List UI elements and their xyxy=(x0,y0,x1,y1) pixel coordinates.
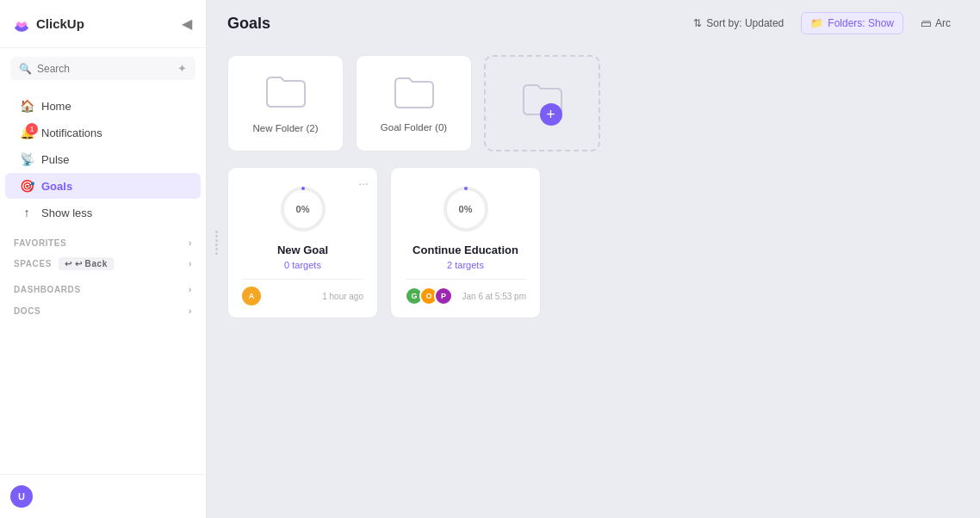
goal-card-new[interactable]: ··· 0% New Goal 0 targets A 1 hour ago xyxy=(227,167,378,318)
docs-section[interactable]: DOCS › xyxy=(0,298,206,319)
content-area: New Folder (2) Goal Folder (0) + xyxy=(207,46,980,518)
collapse-sidebar-button[interactable]: ◀ xyxy=(180,14,194,34)
avatar-3-edu: P xyxy=(434,287,453,305)
user-avatar[interactable]: U xyxy=(10,485,33,508)
progress-ring-new: 0% xyxy=(277,183,329,235)
spaces-section[interactable]: SPACES ↩ ↩ Back › xyxy=(0,251,206,276)
progress-pct-new: 0% xyxy=(296,204,310,214)
goal-time-edu: Jan 6 at 5:53 pm xyxy=(462,292,527,301)
topbar: Goals ⇅ Sort by: Updated 📁 Folders: Show… xyxy=(207,0,980,46)
folders-row: New Folder (2) Goal Folder (0) + xyxy=(227,55,959,151)
goals-row: ··· 0% New Goal 0 targets A 1 hour ago xyxy=(227,167,959,318)
goal-targets-edu: 2 targets xyxy=(447,260,484,270)
archive-icon: 🗃 xyxy=(921,17,931,29)
goal-targets-new: 0 targets xyxy=(284,260,321,270)
archive-button[interactable]: 🗃 Arc xyxy=(912,13,959,34)
folder-icon-new xyxy=(265,73,307,114)
sort-icon: ⇅ xyxy=(693,17,702,29)
sidebar: ClickUp ◀ 🔍 ✦ 🏠 Home 🔔 1 Notifications 📡… xyxy=(0,0,207,518)
search-input[interactable] xyxy=(37,63,172,75)
sidebar-item-home[interactable]: 🏠 Home xyxy=(5,93,201,119)
favorites-section[interactable]: FAVORITES › xyxy=(0,230,206,251)
sidebar-header: ClickUp ◀ xyxy=(0,0,206,48)
goal-time-new: 1 hour ago xyxy=(322,292,363,301)
goal-footer-new: A 1 hour ago xyxy=(242,279,363,305)
folder-icon-goal xyxy=(394,74,435,114)
goal-avatar-new: A xyxy=(242,287,261,305)
goal-footer-edu: G O P Jan 6 at 5:53 pm xyxy=(405,279,526,305)
progress-ring-edu: 0% xyxy=(440,183,492,235)
page-title: Goals xyxy=(227,15,270,33)
notifications-icon-wrap: 🔔 1 xyxy=(19,126,34,139)
goal-name-edu: Continue Education xyxy=(412,244,518,256)
goal-name-new: New Goal xyxy=(277,244,328,256)
sort-button[interactable]: ⇅ Sort by: Updated xyxy=(685,13,792,34)
nav-items: 🏠 Home 🔔 1 Notifications 📡 Pulse 🎯 Goals… xyxy=(0,89,206,230)
add-folder-button[interactable]: + xyxy=(540,103,562,126)
search-icon: 🔍 xyxy=(19,63,32,75)
progress-pct-edu: 0% xyxy=(459,204,473,214)
dashboards-chevron-icon: › xyxy=(189,285,192,294)
goal-card-edu[interactable]: 0% Continue Education 2 targets G O P Ja… xyxy=(390,167,541,318)
goal-menu-icon[interactable]: ··· xyxy=(358,176,369,190)
back-badge[interactable]: ↩ ↩ Back xyxy=(59,257,114,270)
favorites-chevron-icon: › xyxy=(189,238,192,248)
sparkle-icon: ✦ xyxy=(177,62,187,75)
home-icon: 🏠 xyxy=(19,99,34,113)
sidebar-item-pulse[interactable]: 📡 Pulse xyxy=(5,146,201,172)
folder-label-goal: Goal Folder (0) xyxy=(381,122,447,133)
docs-chevron-icon: › xyxy=(189,306,192,316)
goal-card-wrap-edu: 0% Continue Education 2 targets G O P Ja… xyxy=(390,167,541,318)
sidebar-item-goals[interactable]: 🎯 Goals xyxy=(5,173,201,199)
drag-handle-new[interactable] xyxy=(215,231,218,255)
goals-icon: 🎯 xyxy=(19,179,34,193)
dashboards-section[interactable]: DASHBOARDS › xyxy=(0,276,206,298)
logo[interactable]: ClickUp xyxy=(12,15,84,34)
topbar-actions: ⇅ Sort by: Updated 📁 Folders: Show 🗃 Arc xyxy=(685,12,959,34)
goal-avatars-edu: G O P xyxy=(405,287,453,305)
pulse-icon: 📡 xyxy=(19,152,34,166)
main-content: Goals ⇅ Sort by: Updated 📁 Folders: Show… xyxy=(207,0,980,518)
sidebar-item-notifications[interactable]: 🔔 1 Notifications xyxy=(5,120,201,145)
folder-icon: 📁 xyxy=(810,17,823,29)
notifications-badge: 1 xyxy=(26,123,38,135)
sidebar-footer: U xyxy=(0,474,206,518)
spaces-left: SPACES ↩ ↩ Back xyxy=(14,257,114,270)
search-bar[interactable]: 🔍 ✦ xyxy=(10,57,195,80)
folder-card-new[interactable]: New Folder (2) xyxy=(227,55,344,151)
folder-label-new: New Folder (2) xyxy=(252,123,318,133)
folders-button[interactable]: 📁 Folders: Show xyxy=(801,12,903,34)
show-less-button[interactable]: ↑ Show less xyxy=(5,200,201,225)
goal-card-wrap-new: ··· 0% New Goal 0 targets A 1 hour ago xyxy=(227,167,378,318)
spaces-chevron-icon: › xyxy=(189,259,192,268)
folder-card-goal[interactable]: Goal Folder (0) xyxy=(356,55,472,151)
chevron-up-icon: ↑ xyxy=(19,206,34,219)
folder-card-add[interactable]: + xyxy=(484,55,600,151)
